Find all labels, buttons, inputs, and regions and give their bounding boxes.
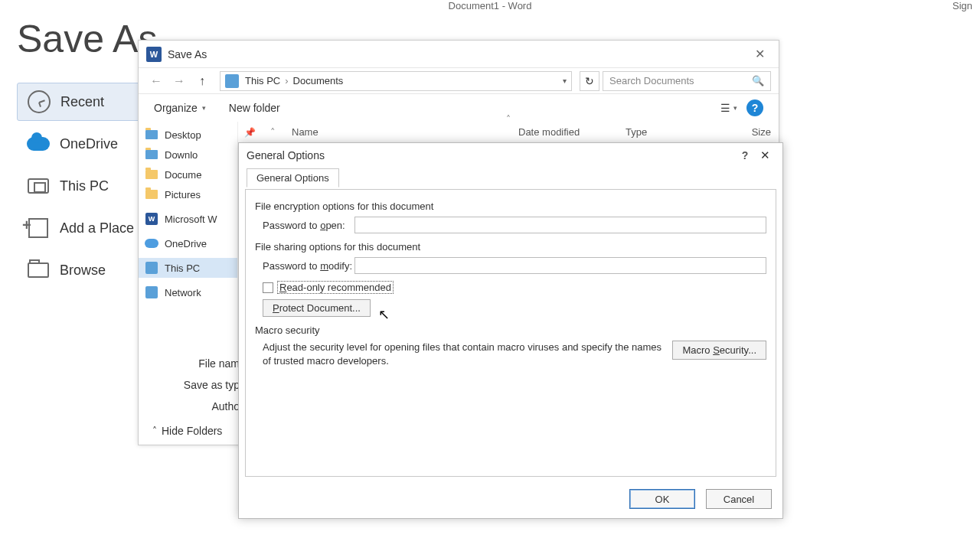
search-icon: 🔍 [752, 75, 764, 86]
tree-label: Pictures [165, 189, 201, 201]
column-name[interactable]: Name [284, 126, 518, 138]
backstage-nav: Recent OneDrive This PC Add a Place Brow… [17, 83, 147, 293]
add-place-icon [24, 214, 52, 242]
dialog-title: General Options [247, 149, 325, 161]
tree-onedrive[interactable]: OneDrive [139, 233, 237, 253]
nav-browse[interactable]: Browse [17, 251, 147, 289]
close-icon[interactable]: ✕ [755, 148, 775, 162]
nav-onedrive-label: OneDrive [60, 136, 118, 152]
cursor-icon: ↖ [378, 306, 390, 323]
nav-recent-label: Recent [60, 94, 104, 110]
macro-section-label: Macro security [255, 324, 766, 336]
clock-icon [25, 88, 53, 116]
readonly-checkbox[interactable] [263, 282, 273, 293]
sharing-section-label: File sharing options for this document [255, 241, 766, 253]
tree-label: OneDrive [165, 238, 207, 249]
view-button[interactable]: ☰▾ [719, 98, 739, 118]
folder-icon [145, 187, 158, 201]
hide-folders-label: Hide Folders [162, 425, 222, 437]
sort-indicator-icon: ˄ [506, 114, 511, 125]
app-title: Document1 - Word [449, 0, 532, 11]
search-placeholder: Search Documents [609, 75, 694, 86]
nav-addplace-label: Add a Place [60, 220, 134, 236]
sort-column[interactable]: ˄ [261, 126, 284, 138]
column-modified[interactable]: Date modified [518, 126, 626, 138]
chevron-down-icon: ▾ [202, 104, 206, 112]
column-size[interactable]: Size [733, 126, 779, 138]
folder-tree: Desktop Downlo Docume Pictures WMicrosof… [139, 122, 238, 365]
pin-column[interactable]: 📌 [238, 127, 261, 138]
tree-label: Desktop [165, 129, 201, 141]
tree-label: Docume [165, 169, 201, 181]
word-icon: W [145, 212, 158, 226]
tree-msword[interactable]: WMicrosoft W [139, 209, 237, 229]
macro-security-button[interactable]: Macro Security... [672, 341, 766, 360]
organize-label: Organize [154, 102, 198, 114]
tree-network[interactable]: Network [139, 282, 237, 302]
pc-icon [145, 261, 158, 275]
chevron-right-icon: › [285, 75, 288, 86]
network-icon [145, 285, 158, 299]
folder-icon [145, 168, 158, 181]
tree-label: Microsoft W [165, 214, 217, 225]
protect-document-button[interactable]: Protect Document... [263, 299, 371, 317]
encryption-section-label: File encryption options for this documen… [255, 201, 766, 212]
tree-documents[interactable]: Docume [139, 165, 237, 184]
password-modify-label: Password to modify: [255, 260, 354, 272]
nav-browse-label: Browse [60, 262, 106, 279]
breadcrumb-root[interactable]: This PC [245, 75, 280, 86]
forward-button[interactable]: → [169, 71, 189, 91]
cloud-icon [24, 130, 52, 158]
word-icon: W [146, 47, 162, 62]
cancel-button[interactable]: Cancel [706, 489, 772, 509]
download-icon [145, 148, 158, 161]
macro-description: Adjust the security level for opening fi… [255, 341, 665, 367]
password-open-field[interactable] [354, 217, 766, 233]
drive-icon [225, 74, 239, 88]
authors-label: Autho [152, 400, 244, 412]
newfolder-button[interactable]: New folder [229, 102, 280, 114]
ok-button[interactable]: OK [629, 489, 695, 509]
help-button[interactable]: ? [735, 149, 755, 161]
tree-thispc[interactable]: This PC [139, 258, 237, 278]
tree-downloads[interactable]: Downlo [139, 145, 237, 165]
tree-label: Network [165, 287, 201, 298]
tree-label: This PC [165, 262, 200, 274]
filename-label: File nam [152, 357, 244, 370]
close-icon[interactable]: ✕ [748, 43, 771, 66]
tab-general-options[interactable]: General Options [247, 168, 339, 187]
column-type[interactable]: Type [626, 126, 733, 138]
cloud-icon [145, 236, 158, 250]
nav-thispc-label: This PC [60, 178, 109, 194]
folder-icon [145, 128, 158, 142]
saveas-title: Save As [168, 48, 207, 60]
password-open-label: Password to open: [255, 220, 354, 231]
organize-button[interactable]: Organize ▾ [154, 102, 206, 114]
nav-recent[interactable]: Recent [17, 83, 147, 121]
back-button[interactable]: ← [146, 71, 166, 91]
tree-pictures[interactable]: Pictures [139, 184, 237, 204]
folder-icon [24, 256, 52, 284]
up-button[interactable]: ↑ [192, 71, 212, 91]
savetype-label: Save as typ [152, 379, 244, 391]
search-input[interactable]: Search Documents 🔍 [603, 71, 771, 91]
tree-label: Downlo [165, 149, 198, 161]
pc-icon [24, 172, 52, 200]
chevron-down-icon[interactable]: ▾ [563, 77, 567, 85]
nav-onedrive[interactable]: OneDrive [17, 125, 147, 163]
nav-thispc[interactable]: This PC [17, 167, 147, 205]
chevron-up-icon: ˄ [152, 425, 157, 436]
breadcrumb[interactable]: This PC › Documents ▾ [220, 71, 572, 91]
help-button[interactable]: ? [746, 99, 763, 116]
tree-desktop[interactable]: Desktop [139, 125, 237, 145]
column-headers: 📌 ˄ Name Date modified Type Size [238, 122, 779, 143]
sign-in-link[interactable]: Sign [952, 0, 972, 11]
password-modify-field[interactable] [354, 257, 766, 274]
readonly-label: Read-only recommended [278, 282, 393, 293]
refresh-button[interactable]: ↻ [580, 71, 599, 91]
page-title: Save As [17, 17, 157, 61]
breadcrumb-folder[interactable]: Documents [293, 75, 344, 86]
general-options-dialog: General Options ? ✕ General Options File… [238, 142, 783, 519]
nav-addplace[interactable]: Add a Place [17, 209, 147, 247]
